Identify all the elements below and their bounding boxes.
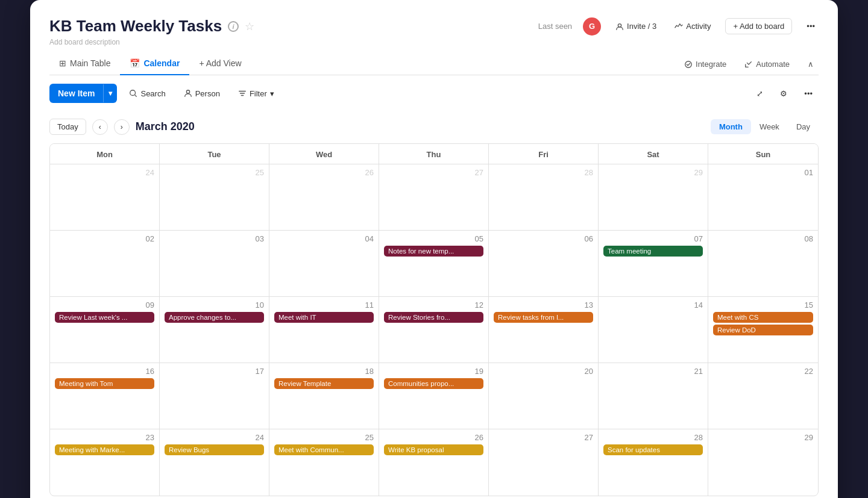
person-label: Person [195, 89, 220, 98]
more-toolbar-button[interactable]: ••• [798, 86, 819, 102]
header-right: Last seen G Invite / 3 Activity + Add to… [538, 17, 819, 36]
search-button[interactable]: Search [123, 86, 171, 102]
cal-date: 13 [494, 300, 593, 310]
toolbar-left: New Item ▾ Search Person Filter ▾ [49, 84, 280, 103]
filter-label: Filter [250, 89, 267, 98]
calendar-event[interactable]: Review tasks from l... [494, 312, 593, 323]
new-item-button[interactable]: New Item ▾ [49, 84, 117, 103]
board-description[interactable]: Add board description [49, 38, 819, 46]
cal-date: 20 [494, 367, 593, 376]
prev-month-button[interactable]: ‹ [92, 119, 108, 135]
cal-cell: 11Meet with IT [269, 297, 379, 363]
invite-button[interactable]: Invite / 3 [612, 19, 660, 33]
cal-cell: 15Meet with CSReview DoD [708, 297, 818, 363]
cal-date: 27 [384, 168, 483, 177]
add-view-label: + Add View [199, 58, 241, 68]
cal-date: 06 [494, 234, 593, 243]
view-day-button[interactable]: Day [788, 119, 819, 134]
settings-button[interactable]: ⚙ [774, 86, 793, 102]
calendar-event[interactable]: Meet with Commun... [274, 444, 374, 455]
month-label: March 2020 [136, 120, 195, 133]
cal-date: 23 [55, 433, 154, 442]
cal-date: 29 [713, 433, 813, 442]
view-toggle: Month Week Day [711, 119, 819, 134]
app-container: KB Team Weekly Tasks i ☆ Last seen G Inv… [30, 0, 838, 498]
tabs-right: Integrate Automate ∧ [679, 57, 819, 71]
expand-button[interactable]: ⤢ [750, 86, 769, 102]
calendar-event[interactable]: Review Bugs [165, 444, 264, 455]
cal-date: 25 [165, 168, 264, 177]
cal-cell: 12Review Stories fro... [379, 297, 489, 363]
star-icon[interactable]: ☆ [245, 20, 254, 33]
cal-cell: 24Review Bugs [160, 429, 269, 496]
calendar-event[interactable]: Communities propo... [384, 378, 483, 389]
calendar-event[interactable]: Scan for updates [603, 444, 703, 455]
calendar-event[interactable]: Approve changes to... [165, 312, 264, 323]
header-top: KB Team Weekly Tasks i ☆ Last seen G Inv… [49, 17, 819, 36]
add-board-label: + Add to board [733, 22, 784, 31]
automate-label: Automate [756, 60, 790, 69]
cal-date: 02 [55, 234, 154, 243]
add-view-tab[interactable]: + Add View [189, 54, 251, 75]
new-item-label: New Item [49, 84, 103, 103]
tab-main-table[interactable]: ⊞ Main Table [49, 54, 120, 75]
view-month-button[interactable]: Month [711, 119, 751, 134]
svg-point-4 [186, 90, 189, 93]
calendar-event[interactable]: Review DoD [713, 325, 813, 335]
cal-cell: 09Review Last week's ... [50, 297, 160, 363]
calendar-event[interactable]: Notes for new temp... [384, 246, 483, 257]
cal-cell: 14 [599, 297, 708, 363]
cal-date: 17 [165, 367, 264, 376]
calendar-event[interactable]: Meeting with Tom [55, 378, 154, 389]
more-toolbar-icon: ••• [804, 89, 813, 98]
cal-date: 15 [713, 300, 813, 310]
cal-cell: 18Review Template [269, 363, 379, 429]
day-header-fri: Fri [489, 144, 599, 164]
calendar-event[interactable]: Team meeting [603, 246, 703, 257]
cal-cell: 22 [708, 363, 818, 429]
toolbar: New Item ▾ Search Person Filter ▾ ⤢ ⚙ [49, 84, 819, 103]
avatar: G [583, 17, 601, 36]
calendar-event[interactable]: Meet with CS [713, 312, 813, 323]
calendar-event[interactable]: Review Template [274, 378, 374, 389]
cal-cell: 16Meeting with Tom [50, 363, 160, 429]
collapse-icon: ∧ [808, 60, 814, 69]
calendar-event[interactable]: Review Last week's ... [55, 312, 154, 323]
calendar-event[interactable]: Meeting with Marke... [55, 444, 154, 455]
activity-button[interactable]: Activity [671, 19, 714, 33]
add-board-button[interactable]: + Add to board [725, 18, 792, 34]
cal-date: 21 [603, 367, 703, 376]
day-header-sat: Sat [599, 144, 708, 164]
cal-cell: 28Scan for updates [599, 429, 708, 496]
cal-cell: 21 [599, 363, 708, 429]
next-month-button[interactable]: › [114, 119, 130, 135]
filter-button[interactable]: Filter ▾ [232, 86, 280, 102]
cal-cell: 10Approve changes to... [160, 297, 269, 363]
new-item-dropdown-arrow[interactable]: ▾ [103, 84, 117, 102]
cal-date: 11 [274, 300, 374, 310]
cal-cell: 29 [599, 164, 708, 231]
tab-calendar[interactable]: 📅 Calendar [120, 54, 189, 75]
info-icon[interactable]: i [228, 21, 239, 32]
cal-date: 28 [603, 433, 703, 442]
cal-cell: 26Write KB proposal [379, 429, 489, 496]
view-week-button[interactable]: Week [751, 119, 788, 134]
cal-date: 26 [384, 433, 483, 442]
cal-date: 04 [274, 234, 374, 243]
calendar-event[interactable]: Meet with IT [274, 312, 374, 323]
calendar-event[interactable]: Review Stories fro... [384, 312, 483, 323]
cal-cell: 20 [489, 363, 599, 429]
today-button[interactable]: Today [49, 119, 86, 135]
calendar: Mon Tue Wed Thu Fri Sat Sun 242526272829… [49, 143, 819, 496]
automate-button[interactable]: Automate [740, 57, 794, 71]
person-icon [615, 22, 624, 31]
cal-date: 12 [384, 300, 483, 310]
person-button[interactable]: Person [178, 86, 226, 102]
more-options-button[interactable]: ••• [803, 19, 819, 33]
calendar-event[interactable]: Write KB proposal [384, 444, 483, 455]
last-seen-label: Last seen [538, 22, 572, 31]
cal-cell: 29 [708, 429, 818, 496]
person-filter-icon [184, 89, 192, 98]
integrate-button[interactable]: Integrate [679, 57, 731, 71]
collapse-button[interactable]: ∧ [803, 57, 819, 71]
